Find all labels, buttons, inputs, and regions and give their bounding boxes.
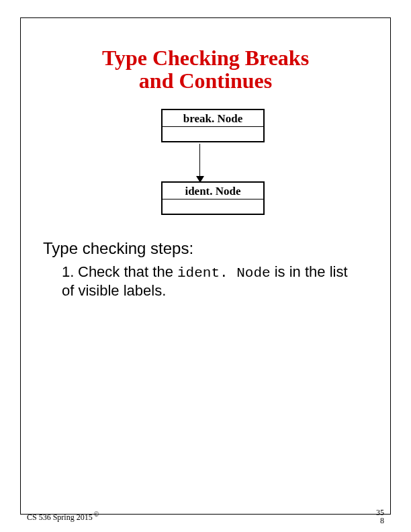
node-box-ident-divider [163,199,263,200]
footer-course-text: CS 536 Spring 2015 [27,513,93,522]
step-1: 1.Check that the ident. Node is in the l… [62,263,357,300]
node-box-ident-label: ident. Node [163,183,263,198]
step-1-number: 1. [62,263,78,281]
node-box-ident: ident. Node [161,181,265,215]
node-box-break: break. Node [161,109,265,142]
copyright-icon: © [93,511,99,518]
step-1-pre: Check that the [78,263,177,280]
node-box-break-label: break. Node [163,110,263,126]
step-1-text: Check that the ident. Node is in the lis… [62,263,348,299]
slide-title: Type Checking Breaks and Continues [0,47,411,92]
title-line-1: Type Checking Breaks [102,46,309,70]
node-box-break-divider [163,126,263,127]
footer-page: 35 8 [376,508,384,525]
slide-page: Type Checking Breaks and Continues break… [0,0,411,532]
steps-heading: Type checking steps: [43,239,193,258]
footer-course: CS 536 Spring 2015© [27,511,99,523]
title-line-2: and Continues [139,69,272,93]
footer-page-b: 8 [380,516,384,525]
step-1-code: ident. Node [177,265,271,281]
arrow-line [199,144,200,177]
